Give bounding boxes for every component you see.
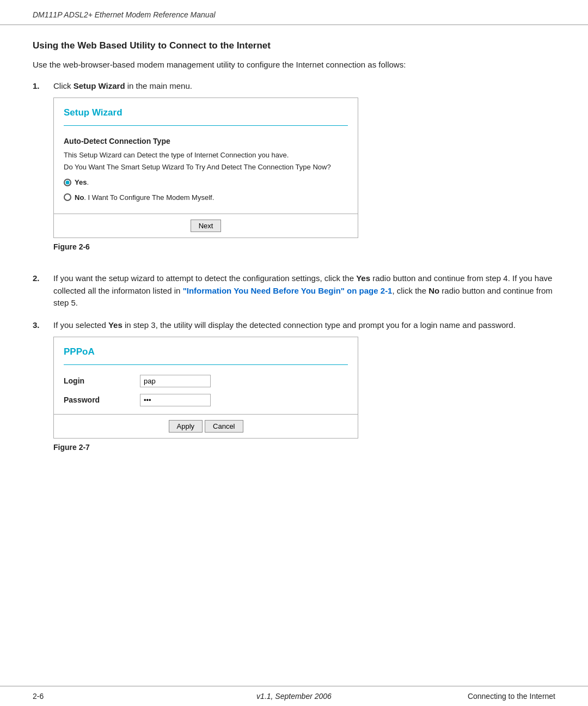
step-3-content: If you selected Yes in step 3, the utili… xyxy=(53,319,555,463)
page-header: DM111P ADSL2+ Ethernet Modem Reference M… xyxy=(0,0,588,25)
footer-page-num: 2-6 xyxy=(33,692,44,701)
step-2-content: If you want the setup wizard to attempt … xyxy=(53,272,555,309)
apply-button[interactable]: Apply xyxy=(169,420,203,433)
step-3-text1: If you selected xyxy=(53,320,108,330)
radio-yes-icon[interactable] xyxy=(64,179,71,186)
login-row: Login xyxy=(64,375,348,387)
step-3-bold1: Yes xyxy=(108,320,122,330)
step-2-num: 2. xyxy=(33,272,53,309)
step-2-text1: If you want the setup wizard to attempt … xyxy=(53,273,356,283)
next-button[interactable]: Next xyxy=(191,220,222,232)
footer-version: v1.1, September 2006 xyxy=(256,692,332,701)
intro-text: Use the web-browser-based modem manageme… xyxy=(33,59,555,71)
setup-wizard-divider xyxy=(64,125,348,126)
pppoa-footer: Apply Cancel xyxy=(54,414,358,438)
radio-no-bold: No xyxy=(75,193,84,202)
radio-no-label: No. I Want To Configure The Modem Myself… xyxy=(75,192,214,203)
radio-yes-label: Yes. xyxy=(75,177,89,188)
step-3: 3. If you selected Yes in step 3, the ut… xyxy=(33,319,555,463)
setup-wizard-box: Setup Wizard Auto-Detect Connection Type… xyxy=(53,98,358,238)
login-input[interactable] xyxy=(140,375,211,387)
page-wrapper: DM111P ADSL2+ Ethernet Modem Reference M… xyxy=(0,0,588,706)
step-2-text3: , click the xyxy=(392,286,428,295)
setup-wizard-footer: Next xyxy=(54,214,358,238)
step-2-link[interactable]: "Information You Need Before You Begin" … xyxy=(183,286,393,295)
setup-wizard-body: Auto-Detect Connection Type This Setup W… xyxy=(54,133,358,211)
step-1: 1. Click Setup Wizard in the main menu. … xyxy=(33,80,555,263)
setup-wizard-title: Setup Wizard xyxy=(54,98,358,125)
step-3-num: 3. xyxy=(33,319,53,463)
pppoa-title: PPPoA xyxy=(54,337,358,364)
step-1-text-plain: Click xyxy=(53,81,74,90)
step-2-bold1: Yes xyxy=(356,273,370,283)
password-input[interactable] xyxy=(140,394,211,406)
step-2: 2. If you want the setup wizard to attem… xyxy=(33,272,555,309)
cancel-button[interactable]: Cancel xyxy=(205,420,243,433)
step-1-content: Click Setup Wizard in the main menu. Set… xyxy=(53,80,555,263)
step-2-bold2: No xyxy=(428,286,439,295)
auto-detect-desc1: This Setup Wizard can Detect the type of… xyxy=(64,150,348,161)
step-3-text2: in step 3, the utility will display the … xyxy=(122,320,516,330)
radio-yes-bold: Yes xyxy=(75,178,87,186)
password-row: Password xyxy=(64,394,348,406)
pppoa-body: Login Password xyxy=(54,375,358,406)
figure-6-label: Figure 2-6 xyxy=(53,241,555,253)
section-title: Using the Web Based Utility to Connect t… xyxy=(33,40,555,51)
password-label: Password xyxy=(64,394,140,406)
footer-section: Connecting to the Internet xyxy=(468,692,555,701)
auto-detect-heading: Auto-Detect Connection Type xyxy=(64,136,348,147)
auto-detect-desc2: Do You Want The Smart Setup Wizard To Tr… xyxy=(64,162,348,173)
pppoa-divider xyxy=(64,364,348,365)
step-1-num: 1. xyxy=(33,80,53,263)
radio-yes-row: Yes. xyxy=(64,177,348,188)
content-area: Using the Web Based Utility to Connect t… xyxy=(0,40,588,516)
step-1-bold: Setup Wizard xyxy=(74,81,125,90)
login-label: Login xyxy=(64,375,140,387)
radio-no-row: No. I Want To Configure The Modem Myself… xyxy=(64,192,348,203)
page-footer: 2-6 v1.1, September 2006 Connecting to t… xyxy=(0,686,588,706)
step-1-suffix: in the main menu. xyxy=(125,81,192,90)
pppoa-box: PPPoA Login Password Apply xyxy=(53,337,358,439)
radio-no-icon[interactable] xyxy=(64,193,71,201)
figure-7-label: Figure 2-7 xyxy=(53,442,555,453)
header-text: DM111P ADSL2+ Ethernet Modem Reference M… xyxy=(33,10,216,19)
